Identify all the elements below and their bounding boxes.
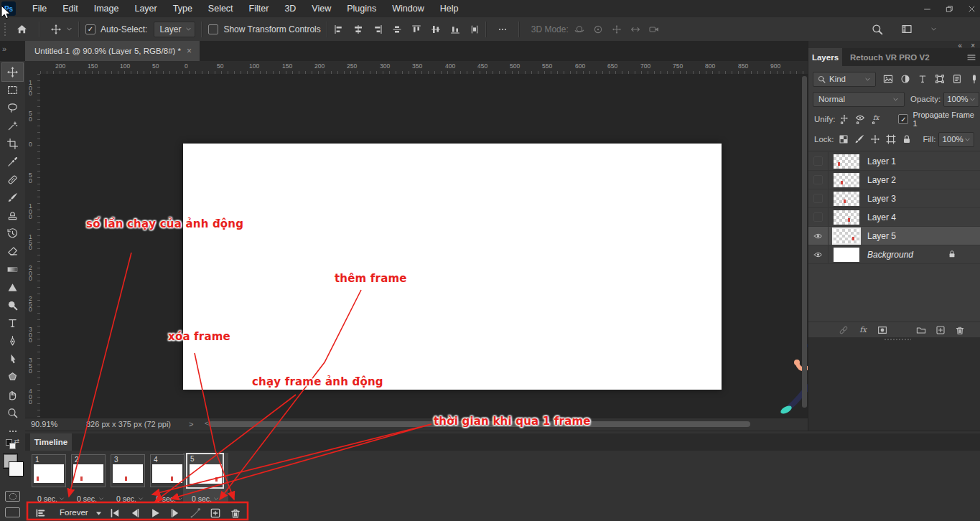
lasso-tool-button[interactable]	[2, 99, 23, 117]
menu-help[interactable]: Help	[432, 0, 467, 17]
panel-menu-icon[interactable]	[966, 52, 976, 62]
smart-filter-icon[interactable]	[952, 74, 962, 84]
first-frame-icon[interactable]	[109, 507, 121, 519]
align-center-h-icon[interactable]	[353, 24, 363, 34]
tab-close-icon[interactable]: ×	[187, 46, 192, 56]
move-tool-preset-icon[interactable]	[51, 24, 61, 34]
vertical-ruler[interactable]: 1 0 05 005 01 0 01 5 02 0 02 5 03 0 03 5…	[25, 74, 41, 418]
layer-name[interactable]: Layer 1	[867, 156, 896, 166]
more-options-icon[interactable]	[498, 24, 508, 34]
layer-row[interactable]: Layer 3	[808, 189, 980, 208]
unify-effects-icon[interactable]: fx	[871, 114, 881, 124]
vertical-scrollbar[interactable]	[802, 76, 807, 408]
clone-stamp-tool-button[interactable]	[2, 207, 23, 225]
magic-wand-tool-button[interactable]	[2, 117, 23, 135]
unify-position-icon[interactable]	[839, 114, 849, 124]
crop-tool-button[interactable]	[2, 135, 23, 153]
history-brush-tool-button[interactable]	[2, 225, 23, 243]
lock-pixels-icon[interactable]	[854, 134, 864, 144]
lock-transparency-icon[interactable]	[839, 134, 849, 144]
search-icon[interactable]	[872, 24, 883, 35]
menu-filter[interactable]: Filter	[241, 0, 277, 17]
layer-thumbnail[interactable]	[834, 192, 859, 206]
frame-delay-dropdown[interactable]: 0 sec.	[71, 494, 110, 503]
visibility-eye-icon[interactable]	[808, 227, 829, 245]
menu-select[interactable]: Select	[200, 0, 241, 17]
chevron-down-icon[interactable]	[930, 26, 937, 32]
roll-3d-icon[interactable]	[593, 24, 603, 34]
animation-frame-1[interactable]: 10 sec.	[32, 454, 70, 503]
drag-3d-icon[interactable]	[612, 24, 622, 34]
tab-retouch-vr-pro[interactable]: Retouch VR PRO V2	[844, 48, 935, 66]
home-icon[interactable]	[16, 23, 28, 35]
brush-tool-button[interactable]	[2, 189, 23, 207]
polygon-shape-tool-button[interactable]	[2, 368, 23, 386]
shape-filter-icon[interactable]	[935, 74, 945, 84]
show-transform-checkbox[interactable]	[208, 24, 218, 34]
orbit-3d-icon[interactable]	[574, 24, 584, 34]
play-icon[interactable]	[149, 507, 161, 519]
animation-frame-2[interactable]: 20 sec.	[71, 454, 110, 503]
menu-file[interactable]: File	[24, 0, 55, 17]
layer-thumbnail[interactable]	[834, 248, 859, 262]
healing-brush-tool-button[interactable]	[2, 171, 23, 189]
layer-row[interactable]: Layer 5	[808, 227, 980, 245]
menu-view[interactable]: View	[304, 0, 339, 17]
menu-3d[interactable]: 3D	[276, 0, 304, 17]
animation-frame-4[interactable]: 40 sec.	[150, 454, 189, 503]
opacity-field[interactable]: 100%	[943, 92, 979, 107]
gradient-tool-button[interactable]	[2, 260, 23, 278]
layer-name[interactable]: Layer 5	[867, 231, 896, 241]
delete-layer-icon[interactable]	[955, 325, 965, 335]
horizontal-ruler[interactable]: 2001501005005010015020025030035040045050…	[40, 61, 808, 75]
frame-delay-dropdown[interactable]: 0 sec.	[32, 494, 70, 503]
camera-3d-icon[interactable]	[649, 24, 659, 34]
default-colors-icon[interactable]: ⇄	[6, 439, 20, 449]
distribute-v-icon[interactable]	[470, 24, 480, 34]
shape-triangle-tool-button[interactable]	[2, 278, 23, 296]
document-canvas[interactable]	[183, 144, 722, 390]
kind-filter-dropdown[interactable]: Kind	[813, 72, 876, 87]
convert-to-video-timeline-icon[interactable]	[34, 508, 46, 518]
align-top-icon[interactable]	[411, 24, 421, 34]
prev-frame-icon[interactable]	[129, 507, 141, 519]
workspace-icon[interactable]	[900, 24, 913, 34]
new-layer-icon[interactable]	[935, 325, 946, 335]
layer-name[interactable]: Layer 2	[867, 175, 896, 185]
new-frame-icon[interactable]	[210, 507, 221, 519]
path-select-tool-button[interactable]	[2, 350, 23, 368]
align-bottom-icon[interactable]	[450, 24, 460, 34]
document-tab[interactable]: Untitled-1 @ 90.9% (Layer 5, RGB/8#) * ×	[25, 41, 200, 61]
next-frame-icon[interactable]	[169, 507, 181, 519]
lock-all-icon[interactable]	[902, 134, 912, 144]
dodge-tool-button[interactable]	[2, 296, 23, 314]
distribute-h-icon[interactable]	[392, 24, 402, 34]
delete-frame-icon[interactable]	[230, 507, 241, 519]
align-right-icon[interactable]	[373, 24, 383, 34]
zoom-level[interactable]: 90.91%	[31, 420, 57, 428]
quick-mask-button[interactable]	[5, 491, 20, 502]
screen-mode-button[interactable]	[5, 507, 20, 517]
type-tool-button[interactable]	[2, 314, 23, 332]
auto-select-checkbox[interactable]: ✓	[85, 24, 95, 34]
menu-type[interactable]: Type	[165, 0, 200, 17]
adjustment-layer-icon[interactable]	[897, 325, 907, 335]
menu-edit[interactable]: Edit	[55, 0, 86, 17]
loop-dropdown-arrow-icon[interactable]	[95, 510, 103, 517]
layer-name[interactable]: Layer 4	[867, 212, 896, 222]
link-layers-icon[interactable]	[839, 325, 849, 335]
unify-visibility-icon[interactable]	[855, 114, 865, 124]
marquee-tool-button[interactable]	[2, 81, 23, 99]
lock-artboard-icon[interactable]	[886, 134, 896, 144]
animation-frame-5[interactable]: 50 sec.	[186, 454, 225, 503]
animation-frame-3[interactable]: 30 sec.	[111, 454, 149, 503]
visibility-toggle[interactable]	[808, 152, 829, 170]
fill-field[interactable]: 100%	[938, 132, 974, 147]
swap-colors-icon[interactable]: ⇄	[14, 438, 20, 445]
align-left-icon[interactable]	[334, 24, 344, 34]
options-bar-grip[interactable]	[4, 22, 6, 37]
frame-delay-dropdown[interactable]: 0 sec.	[150, 494, 189, 503]
pen-tool-button[interactable]	[2, 332, 23, 350]
layer-row[interactable]: Background	[808, 245, 980, 264]
menu-layer[interactable]: Layer	[126, 0, 164, 17]
